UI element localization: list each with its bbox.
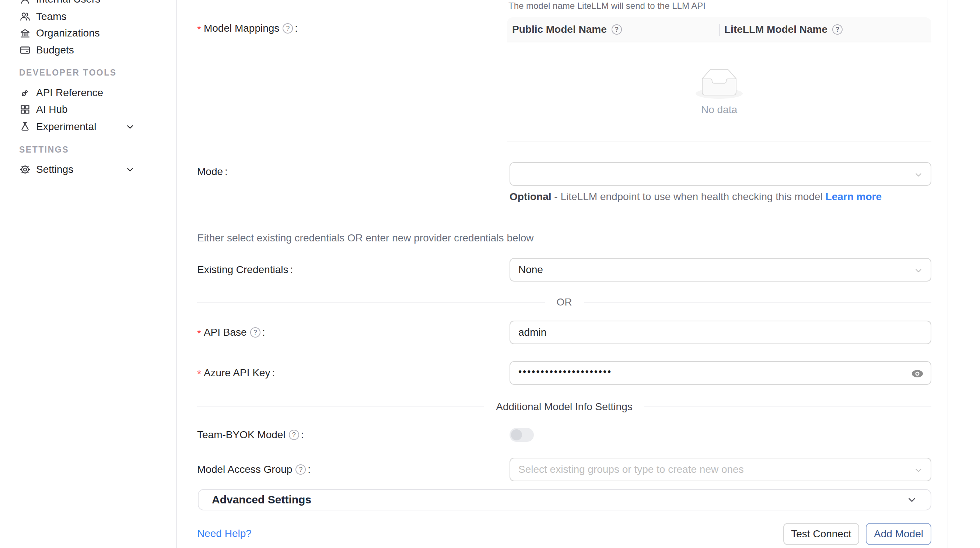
required-mark: * <box>197 328 201 339</box>
sidebar-item-label: Internal Users <box>36 0 100 5</box>
sidebar-item-label: AI Hub <box>36 104 68 115</box>
litellm-admin-page: Internal Users Teams Orga <box>0 0 980 548</box>
api-base-label: * API Base ? : <box>197 325 265 340</box>
chevron-down-icon <box>914 266 923 275</box>
api-base-value: admin <box>519 327 546 338</box>
help-icon[interactable]: ? <box>612 24 622 35</box>
table-header-row: Public Model Name ? LiteLLM Model Name ? <box>507 18 931 42</box>
eye-icon[interactable] <box>911 367 924 380</box>
chevron-down-icon <box>914 170 923 180</box>
help-icon[interactable]: ? <box>250 327 261 338</box>
help-icon[interactable]: ? <box>832 24 843 35</box>
model-mappings-label: * Model Mappings ? : <box>197 21 298 36</box>
sidebar-section-developer-tools: DEVELOPER TOOLS <box>19 64 117 81</box>
sidebar-item-experimental[interactable]: Experimental <box>19 118 163 135</box>
required-mark: * <box>197 24 201 35</box>
sidebar-item-organizations[interactable]: Organizations <box>19 25 163 41</box>
api-plug-icon <box>19 87 31 99</box>
sidebar-item-label: Budgets <box>36 44 74 56</box>
help-icon[interactable]: ? <box>289 430 299 440</box>
column-header-public-model-name: Public Model Name ? <box>507 18 719 41</box>
credentials-note: Either select existing credentials OR en… <box>197 232 534 244</box>
sidebar-item-budgets[interactable]: Budgets <box>19 41 163 59</box>
advanced-settings-panel[interactable]: Advanced Settings <box>198 489 931 510</box>
sidebar-item-label: Organizations <box>36 27 100 39</box>
learn-more-link[interactable]: Learn more <box>826 191 882 202</box>
existing-credentials-value: None <box>519 264 543 276</box>
sidebar-item-api-reference[interactable]: API Reference <box>19 84 163 101</box>
mode-select[interactable] <box>509 162 931 186</box>
help-icon[interactable]: ? <box>283 23 293 33</box>
credit-card-icon <box>19 44 31 56</box>
toggle-knob <box>511 429 522 440</box>
model-mappings-caption: The model name LiteLLM will send to the … <box>508 1 706 11</box>
content-card-edge <box>948 0 948 548</box>
add-model-button[interactable]: Add Model <box>866 523 931 545</box>
team-byok-label: Team-BYOK Model ? : <box>197 427 304 442</box>
masked-password-value: ••••••••••••••••••••• <box>519 366 612 378</box>
sidebar-item-teams[interactable]: Teams <box>19 8 163 25</box>
bank-icon <box>19 27 31 39</box>
table-empty-state: No data <box>507 42 931 142</box>
sidebar-item-label: Experimental <box>36 121 96 133</box>
existing-credentials-label: Existing Credentials: <box>197 262 293 277</box>
chevron-down-icon <box>906 494 917 505</box>
sidebar-item-label: Teams <box>36 11 66 22</box>
chevron-down-icon <box>914 465 923 475</box>
empty-box-icon <box>695 68 743 99</box>
test-connect-button[interactable]: Test Connect <box>783 523 859 545</box>
team-icon <box>19 11 31 22</box>
flask-icon <box>19 121 31 133</box>
sidebar-item-label: API Reference <box>36 87 103 99</box>
model-access-group-select[interactable]: Select existing groups or type to create… <box>509 458 931 481</box>
chevron-down-icon <box>125 165 135 174</box>
azure-api-key-label: * Azure API Key : <box>197 366 275 380</box>
sidebar: Internal Users Teams Orga <box>0 0 177 548</box>
column-separator <box>719 24 720 36</box>
mode-label: Mode: <box>197 164 228 179</box>
column-header-litellm-model-name: LiteLLM Model Name ? <box>719 18 931 41</box>
additional-settings-divider: Additional Model Info Settings <box>197 400 931 414</box>
required-mark: * <box>197 368 201 380</box>
help-icon[interactable]: ? <box>296 464 306 475</box>
azure-api-key-input[interactable]: ••••••••••••••••••••• <box>509 361 931 385</box>
model-access-group-placeholder: Select existing groups or type to create… <box>519 464 744 475</box>
sidebar-item-settings[interactable]: Settings <box>19 161 163 178</box>
need-help-link[interactable]: Need Help? <box>197 526 251 541</box>
model-access-group-label: Model Access Group ? : <box>197 462 310 477</box>
sidebar-item-ai-hub[interactable]: AI Hub <box>19 101 163 118</box>
grid-icon <box>19 104 31 115</box>
gear-icon <box>19 164 31 175</box>
empty-text: No data <box>701 104 737 116</box>
user-icon <box>19 0 31 5</box>
sidebar-section-settings: SETTINGS <box>19 141 69 158</box>
advanced-settings-title: Advanced Settings <box>212 494 311 506</box>
existing-credentials-select[interactable]: None <box>509 258 931 282</box>
chevron-down-icon <box>125 122 135 132</box>
or-divider: OR <box>197 296 931 309</box>
sidebar-item-internal-users[interactable]: Internal Users <box>19 0 163 8</box>
api-base-input[interactable]: admin <box>509 321 931 344</box>
model-mappings-table: Public Model Name ? LiteLLM Model Name ? <box>507 18 931 142</box>
mode-help-text: Optional - LiteLLM endpoint to use when … <box>509 190 935 204</box>
team-byok-toggle[interactable] <box>509 428 534 442</box>
sidebar-item-label: Settings <box>36 164 73 175</box>
